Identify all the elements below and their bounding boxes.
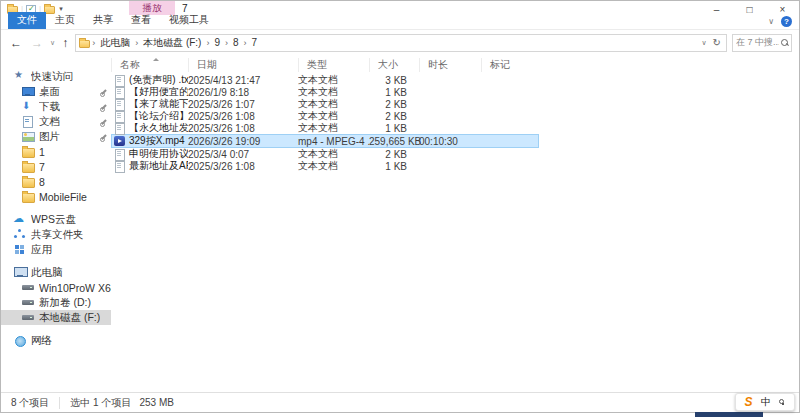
file-name-cell: 329按X.mp4: [111, 134, 188, 148]
sidebar-item-图片[interactable]: 图片: [1, 129, 111, 144]
address-right-controls: ∨ ↻: [701, 37, 723, 48]
file-name-cell: 【永久地址发布页...: [111, 121, 188, 135]
ime-mode-chinese[interactable]: 中: [761, 395, 771, 409]
folder-icon: [22, 146, 34, 157]
back-icon[interactable]: ←: [8, 37, 24, 49]
sidebar-item-桌面[interactable]: 桌面: [1, 84, 111, 99]
status-bar: 8 个项目 选中 1 个项目 253 MB: [1, 392, 799, 412]
file-pane: 名称 日期 类型 大小 时长 标记 (免责声明) .txt 2025/4/13 …: [111, 55, 799, 392]
sidebar-item-本地磁盘 (F:)[interactable]: 本地磁盘 (F:): [1, 310, 111, 325]
drive-icon: [22, 312, 34, 323]
column-header-date[interactable]: 日期: [188, 58, 298, 72]
table-row[interactable]: 【永久地址发布页... 2025/3/26 1:08 文本文档 1 KB: [111, 122, 539, 134]
file-size: 2 KB: [369, 111, 419, 122]
sidebar-item-label: Win10ProW X64 (C:): [39, 282, 111, 294]
sidebar-item-8[interactable]: 8: [1, 174, 111, 189]
column-header-size[interactable]: 大小: [369, 58, 419, 72]
share-icon: [14, 229, 26, 240]
breadcrumb-item[interactable]: 8: [229, 37, 243, 48]
tab-视频工具[interactable]: 视频工具: [160, 12, 218, 29]
file-name: 【永久地址发布页...: [129, 121, 188, 135]
video-file-icon: [114, 136, 125, 147]
file-size: 1 KB: [369, 123, 419, 134]
apps-icon: [14, 244, 26, 255]
sidebar-item-7[interactable]: 7: [1, 159, 111, 174]
folder-icon: [22, 191, 34, 202]
sidebar-item-快速访问[interactable]: 快速访问: [1, 69, 111, 84]
breadcrumb[interactable]: ›此电脑›本地磁盘 (F:)›9›8›7 ∨ ↻: [75, 34, 727, 52]
sidebar-item-1[interactable]: 1: [1, 144, 111, 159]
column-header-tags[interactable]: 标记: [481, 58, 539, 72]
tab-查看[interactable]: 查看: [122, 12, 160, 29]
sidebar-item-label: 本地磁盘 (F:): [39, 311, 100, 325]
file-date: 2025/3/4 0:07: [188, 149, 298, 160]
sidebar-item-新加卷 (D:)[interactable]: 新加卷 (D:): [1, 295, 111, 310]
sidebar-item-此电脑[interactable]: 此电脑: [1, 265, 111, 280]
pc-icon: [14, 267, 26, 278]
sidebar-item-MobileFile[interactable]: MobileFile: [1, 189, 111, 204]
drive-icon: [22, 297, 34, 308]
sidebar-item-label: 文档: [39, 115, 60, 129]
file-list: (免责声明) .txt 2025/4/13 21:47 文本文档 3 KB 【好…: [111, 74, 799, 172]
documents-icon: [22, 116, 34, 127]
file-type: 文本文档: [298, 121, 369, 135]
tab-主页[interactable]: 主页: [46, 12, 84, 29]
cloud-icon: [14, 214, 26, 225]
breadcrumb-item[interactable]: 此电脑: [96, 36, 134, 50]
txt-file-icon: [114, 111, 125, 122]
file-name: 最新地址及APP请...: [129, 159, 188, 173]
drive-icon: [22, 282, 34, 293]
breadcrumb-item[interactable]: 本地磁盘 (F:): [139, 36, 205, 50]
up-icon[interactable]: ↑: [60, 37, 70, 49]
tab-文件[interactable]: 文件: [8, 12, 46, 29]
column-header-duration[interactable]: 时长: [419, 58, 481, 72]
file-size: 1 KB: [369, 87, 419, 98]
sogou-logo-icon[interactable]: S: [744, 396, 752, 408]
column-header-type[interactable]: 类型: [298, 58, 369, 72]
folder-icon: [22, 176, 34, 187]
file-date: 2025/3/26 1:08: [188, 161, 298, 172]
folder-icon: [22, 161, 34, 172]
file-date: 2026/3/26 19:09: [188, 136, 298, 147]
sidebar-item-label: 下载: [39, 100, 60, 114]
breadcrumb-item[interactable]: 7: [248, 37, 262, 48]
forward-icon[interactable]: →: [29, 37, 45, 49]
file-type: 文本文档: [298, 159, 369, 173]
sidebar-item-应用[interactable]: 应用: [1, 242, 111, 257]
ime-toolbar[interactable]: S 中: [735, 393, 795, 411]
file-size: 3 KB: [369, 75, 419, 86]
sidebar-item-label: 图片: [39, 130, 60, 144]
selection-size: 253 MB: [139, 397, 173, 408]
table-row[interactable]: 329按X.mp4 2026/3/26 19:09 mp4 - MPEG-4 .…: [111, 134, 539, 148]
ime-tools-icon[interactable]: [779, 399, 785, 405]
ribbon-collapse-chevron-icon[interactable]: ∨: [768, 17, 774, 26]
sidebar-item-文档[interactable]: 文档: [1, 114, 111, 129]
txt-file-icon: [114, 161, 125, 172]
address-dropdown-caret-icon[interactable]: ∨: [701, 39, 706, 47]
selection-count: 选中 1 个项目: [70, 396, 131, 410]
sidebar-item-网络[interactable]: 网络: [1, 333, 111, 348]
sidebar-item-Win10ProW X64 (C:)[interactable]: Win10ProW X64 (C:): [1, 280, 111, 295]
sidebar-item-共享文件夹[interactable]: 共享文件夹: [1, 227, 111, 242]
sidebar-item-label: 1: [39, 146, 45, 158]
sidebar-item-label: 应用: [31, 243, 52, 257]
txt-file-icon: [114, 123, 125, 134]
file-size: 259,665 KB: [369, 136, 419, 147]
sidebar-item-WPS云盘[interactable]: WPS云盘: [1, 212, 111, 227]
sidebar-item-label: WPS云盘: [31, 213, 76, 227]
column-header-name[interactable]: 名称: [111, 58, 188, 72]
search-input[interactable]: 在 7 中搜...: [732, 34, 792, 52]
ribbon-tab-row: 文件主页共享查看视频工具 ∨ ?: [1, 16, 799, 30]
item-count: 8 个项目: [11, 396, 49, 410]
help-icon[interactable]: ?: [781, 16, 792, 27]
history-caret-icon[interactable]: ∨: [50, 39, 55, 47]
column-headers: 名称 日期 类型 大小 时长 标记: [111, 58, 799, 72]
breadcrumb-item[interactable]: 9: [210, 37, 224, 48]
table-row[interactable]: 最新地址及APP请... 2025/3/26 1:08 文本文档 1 KB: [111, 160, 539, 172]
file-size: 2 KB: [369, 149, 419, 160]
refresh-icon[interactable]: ↻: [713, 37, 721, 48]
tab-共享[interactable]: 共享: [84, 12, 122, 29]
search-icon[interactable]: [781, 39, 788, 46]
sidebar-item-label: 快速访问: [31, 70, 73, 84]
sidebar-item-下载[interactable]: 下载: [1, 99, 111, 114]
